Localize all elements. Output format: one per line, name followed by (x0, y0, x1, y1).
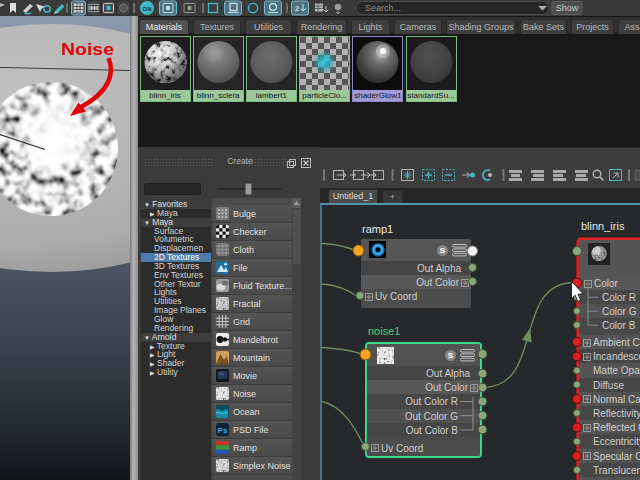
svg-text:Ps: Ps (218, 425, 228, 434)
svg-text:Noise: Noise (61, 40, 114, 59)
svg-text:2: 2 (295, 4, 300, 13)
svg-text:Search...: Search... (365, 3, 401, 13)
svg-text:ON: ON (143, 6, 152, 12)
svg-text:Show: Show (556, 3, 579, 13)
